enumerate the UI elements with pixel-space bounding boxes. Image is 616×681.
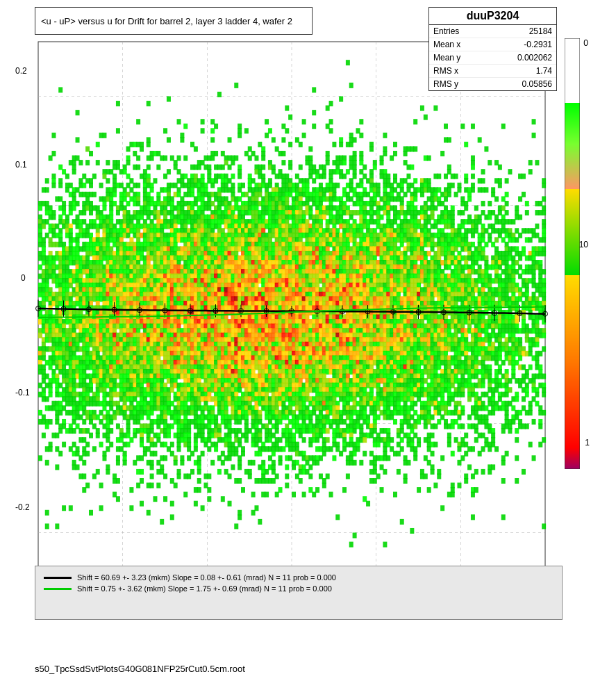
- color-scale-label-1: 10: [579, 240, 588, 249]
- color-scale-label-0: 0: [583, 38, 588, 48]
- legend-green-row: Shift = 0.75 +- 3.62 (mkm) Slope = 1.75 …: [44, 584, 553, 593]
- rms-x-value: 1.74: [536, 66, 552, 76]
- rms-y-label: RMS y: [433, 79, 458, 89]
- color-scale-label-10: 1: [585, 438, 590, 448]
- mean-y-value: 0.002062: [517, 53, 552, 63]
- rms-y-value: 0.05856: [522, 79, 552, 89]
- y-label-0: 0: [21, 273, 26, 283]
- legend-black-line: [44, 577, 72, 579]
- color-scale-bar: [565, 38, 580, 469]
- mean-x-label: Mean x: [433, 40, 460, 49]
- legend-green-line: [44, 588, 72, 590]
- stats-meanx-row: Mean x -0.2931: [429, 38, 556, 51]
- rms-x-label: RMS x: [433, 66, 458, 76]
- legend-green-text: Shift = 0.75 +- 3.62 (mkm) Slope = 1.75 …: [77, 584, 332, 593]
- entries-value: 25184: [529, 26, 552, 36]
- legend-box: Shift = 60.69 +- 3.23 (mkm) Slope = 0.08…: [35, 566, 563, 620]
- main-container: <u - uP> versus u for Drift for barrel 2…: [0, 0, 616, 681]
- y-label-n01: -0.1: [15, 388, 30, 397]
- stats-rmsy-row: RMS y 0.05856: [429, 78, 556, 90]
- stats-box: duuP3204 Entries 25184 Mean x -0.2931 Me…: [428, 7, 557, 91]
- filename-text: s50_TpcSsdSvtPlotsG40G081NFP25rCut0.5cm.…: [35, 664, 245, 674]
- filename-label: s50_TpcSsdSvtPlotsG40G081NFP25rCut0.5cm.…: [35, 664, 245, 674]
- y-label-n02: -0.2: [15, 502, 30, 512]
- stats-entries-row: Entries 25184: [429, 25, 556, 38]
- y-label-01: 0.1: [15, 160, 27, 170]
- stats-meany-row: Mean y 0.002062: [429, 51, 556, 65]
- y-label-02: 0.2: [15, 66, 27, 76]
- scatter-plot: [35, 38, 563, 608]
- mean-x-value: -0.2931: [524, 40, 552, 49]
- mean-y-label: Mean y: [433, 53, 460, 63]
- entries-label: Entries: [433, 26, 459, 36]
- legend-black-text: Shift = 60.69 +- 3.23 (mkm) Slope = 0.08…: [77, 573, 336, 582]
- title-box: <u - uP> versus u for Drift for barrel 2…: [35, 7, 313, 35]
- stats-rmsx-row: RMS x 1.74: [429, 65, 556, 78]
- legend-black-row: Shift = 60.69 +- 3.23 (mkm) Slope = 0.08…: [44, 573, 553, 582]
- stats-title: duuP3204: [429, 8, 556, 25]
- plot-title: <u - uP> versus u for Drift for barrel 2…: [41, 16, 292, 26]
